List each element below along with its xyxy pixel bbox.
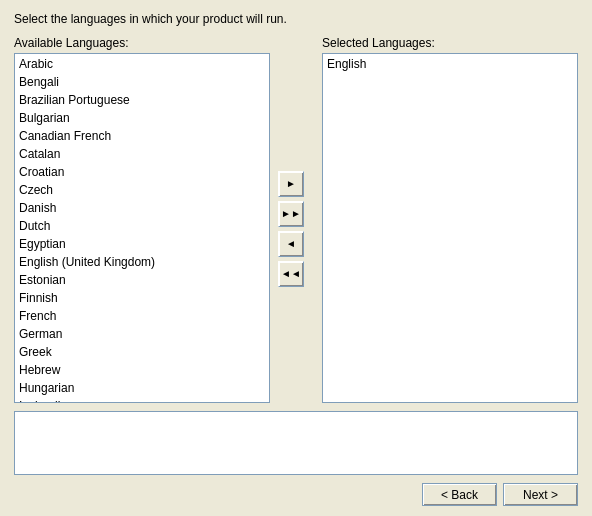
list-item[interactable]: Icelandic bbox=[16, 397, 268, 403]
footer: < Back Next > bbox=[14, 483, 578, 506]
add-all-icon: ►► bbox=[281, 208, 301, 219]
list-item[interactable]: Arabic bbox=[16, 55, 268, 73]
back-button-label: < Back bbox=[441, 488, 478, 502]
list-item[interactable]: German bbox=[16, 325, 268, 343]
available-languages-listbox[interactable]: ArabicBengaliBrazilian PortugueseBulgari… bbox=[14, 53, 270, 403]
list-item[interactable]: English bbox=[324, 55, 576, 73]
list-item[interactable]: Finnish bbox=[16, 289, 268, 307]
main-container: Select the languages in which your produ… bbox=[0, 0, 592, 516]
list-item[interactable]: Estonian bbox=[16, 271, 268, 289]
list-item[interactable]: Catalan bbox=[16, 145, 268, 163]
available-languages-label: Available Languages: bbox=[14, 36, 270, 50]
remove-all-button[interactable]: ◄◄ bbox=[278, 261, 304, 287]
list-item[interactable]: Bulgarian bbox=[16, 109, 268, 127]
list-item[interactable]: Hebrew bbox=[16, 361, 268, 379]
instruction-text: Select the languages in which your produ… bbox=[14, 12, 578, 26]
remove-one-icon: ◄ bbox=[286, 238, 296, 249]
transfer-buttons-column: ► ►► ◄ ◄◄ bbox=[270, 54, 312, 403]
add-all-button[interactable]: ►► bbox=[278, 201, 304, 227]
selected-languages-listbox[interactable]: English bbox=[322, 53, 578, 403]
remove-all-icon: ◄◄ bbox=[281, 268, 301, 279]
list-item[interactable]: Greek bbox=[16, 343, 268, 361]
list-item[interactable]: Danish bbox=[16, 199, 268, 217]
next-button-label: Next > bbox=[523, 488, 558, 502]
list-item[interactable]: Czech bbox=[16, 181, 268, 199]
list-item[interactable]: Hungarian bbox=[16, 379, 268, 397]
list-item[interactable]: Egyptian bbox=[16, 235, 268, 253]
add-one-button[interactable]: ► bbox=[278, 171, 304, 197]
list-item[interactable]: English (United Kingdom) bbox=[16, 253, 268, 271]
next-button[interactable]: Next > bbox=[503, 483, 578, 506]
right-panel: Selected Languages: English bbox=[322, 36, 578, 403]
back-button[interactable]: < Back bbox=[422, 483, 497, 506]
list-item[interactable]: Canadian French bbox=[16, 127, 268, 145]
list-item[interactable]: Brazilian Portuguese bbox=[16, 91, 268, 109]
description-area bbox=[14, 411, 578, 475]
lists-area: Available Languages: ArabicBengaliBrazil… bbox=[14, 36, 578, 403]
list-item[interactable]: Bengali bbox=[16, 73, 268, 91]
list-item[interactable]: Croatian bbox=[16, 163, 268, 181]
list-item[interactable]: French bbox=[16, 307, 268, 325]
remove-one-button[interactable]: ◄ bbox=[278, 231, 304, 257]
left-panel: Available Languages: ArabicBengaliBrazil… bbox=[14, 36, 270, 403]
list-item[interactable]: Dutch bbox=[16, 217, 268, 235]
add-one-icon: ► bbox=[286, 178, 296, 189]
selected-languages-label: Selected Languages: bbox=[322, 36, 578, 50]
